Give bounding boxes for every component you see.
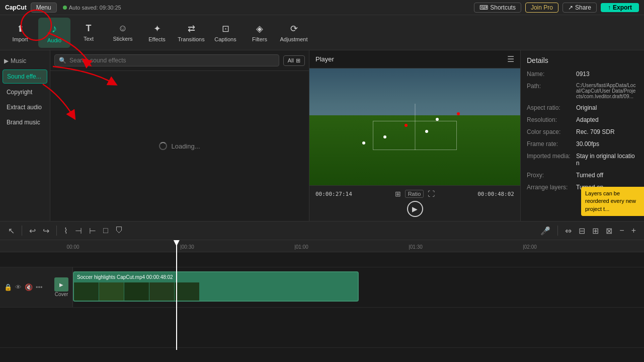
effects-icon: ✦ bbox=[153, 23, 161, 34]
aspect-value: Original bbox=[576, 104, 597, 111]
autosave-dot bbox=[63, 6, 67, 10]
detail-framerate: Frame rate: 30.00fps bbox=[527, 140, 638, 148]
player-controls: 00:00:27:14 ⊞ Ratio ⛶ 00:00:48:02 ▶ bbox=[309, 185, 520, 221]
share-button[interactable]: ↗ Share bbox=[562, 3, 597, 13]
fullscreen-icon[interactable]: ⛶ bbox=[428, 190, 435, 198]
toolbar-filters[interactable]: ◈ Filters bbox=[244, 18, 276, 48]
toolbar-transitions[interactable]: ⇄ Transitions bbox=[175, 18, 207, 48]
shortcuts-button[interactable]: ⌨ Shortcuts bbox=[474, 3, 521, 13]
toolbar-audio[interactable]: ♪ Audio bbox=[38, 18, 70, 48]
toolbar-captions[interactable]: ⊡ Captions bbox=[209, 18, 242, 48]
video-bg bbox=[309, 68, 520, 185]
join-pro-button[interactable]: Join Pro bbox=[525, 3, 558, 13]
player-time-row: 00:00:27:14 ⊞ Ratio ⛶ 00:00:48:02 bbox=[315, 190, 514, 198]
player-menu-icon[interactable]: ☰ bbox=[507, 54, 514, 64]
share-icon: ↗ bbox=[568, 4, 573, 11]
text-icon: T bbox=[86, 23, 92, 34]
thumb-1 bbox=[74, 282, 99, 301]
imported-label: Imported media: bbox=[527, 153, 572, 167]
path-label: Path: bbox=[527, 83, 572, 99]
imported-value: Stay in original location bbox=[576, 153, 638, 167]
cursor-tool[interactable]: ↖ bbox=[6, 225, 17, 237]
video-clip[interactable]: Soccer highlights CapCut.mp4 00:00:48:02 bbox=[73, 271, 359, 302]
colorspace-label: Color space: bbox=[527, 128, 572, 135]
captions-icon: ⊡ bbox=[222, 23, 229, 34]
current-time: 00:00:27:14 bbox=[315, 191, 352, 197]
thumb-4 bbox=[149, 282, 175, 301]
zoom-out-button[interactable]: − bbox=[617, 225, 626, 236]
timeline-area: 00:00 |00:30 |01:00 |01:30 |02:00 🔒 👁 🔇 … bbox=[0, 240, 644, 362]
resolution-label: Resolution: bbox=[527, 116, 572, 123]
redo-button[interactable]: ↪ bbox=[41, 225, 51, 237]
toolbar-stickers[interactable]: ☺ Stickers bbox=[107, 18, 139, 48]
toolbar-adjustment[interactable]: ⟳ Adjustment bbox=[278, 18, 310, 48]
detail-path: Path: C:/Users/fast/AppData/Local/CapCut… bbox=[527, 83, 638, 99]
extract-audio-item[interactable]: Extract audio bbox=[3, 101, 47, 114]
ruler-mark-1: |00:30 bbox=[180, 244, 194, 250]
empty-track-2 bbox=[0, 308, 644, 348]
ruler-mark-2: |01:00 bbox=[294, 244, 308, 250]
audio-search-bar: 🔍 All ⊞ bbox=[50, 50, 309, 71]
trim-right-button[interactable]: ⊢ bbox=[87, 225, 98, 237]
tooltip-box: Layers can be reordered every new projec… bbox=[581, 187, 644, 216]
menu-button[interactable]: Menu bbox=[31, 3, 57, 13]
undo-button[interactable]: ↩ bbox=[27, 225, 38, 237]
trim-left-button[interactable]: ⊣ bbox=[73, 225, 84, 237]
mute-icon[interactable]: 🔇 bbox=[25, 283, 33, 291]
split-button[interactable]: ⌇ bbox=[62, 225, 70, 237]
playhead[interactable] bbox=[176, 240, 177, 350]
toolbar-effects[interactable]: ✦ Effects bbox=[141, 18, 173, 48]
tl-separator-2 bbox=[56, 226, 57, 236]
detail-proxy: Proxy: Turned off bbox=[527, 172, 638, 179]
more-icon[interactable]: ••• bbox=[36, 283, 43, 291]
sticker-icon: ☺ bbox=[118, 23, 127, 34]
play-button[interactable]: ▶ bbox=[407, 201, 423, 217]
eye-icon[interactable]: 👁 bbox=[15, 283, 22, 291]
resolution-value: Adapted bbox=[576, 116, 599, 123]
toolbar-import[interactable]: ⬆ Import bbox=[4, 18, 36, 48]
detail-aspect: Aspect ratio: Original bbox=[527, 104, 638, 111]
ruler-mark-3: |01:30 bbox=[409, 244, 423, 250]
align-button[interactable]: ⊞ bbox=[590, 225, 601, 237]
toolbar-text[interactable]: T Text bbox=[72, 18, 105, 48]
ratio-button[interactable]: Ratio bbox=[405, 190, 424, 198]
detail-imported: Imported media: Stay in original locatio… bbox=[527, 153, 638, 167]
video-track: 🔒 👁 🔇 ••• ▶ Cover Soccer highlights CapC… bbox=[0, 267, 644, 308]
snap-button[interactable]: ⊠ bbox=[604, 225, 614, 237]
sound-effects-item[interactable]: Sound effe... bbox=[3, 69, 47, 84]
colorspace-value: Rec. 709 SDR bbox=[576, 128, 615, 135]
lock-icon[interactable]: 🔒 bbox=[4, 283, 12, 291]
main-toolbar: ⬆ Import ♪ Audio T Text ☺ Stickers ✦ Eff… bbox=[0, 15, 644, 50]
top-bar: CapCut Menu Auto saved: 09:30:25 ⌨ Short… bbox=[0, 0, 644, 15]
export-button[interactable]: ↑ Export bbox=[601, 3, 639, 12]
timeline-toolbar: ↖ ↩ ↪ ⌇ ⊣ ⊢ □ ⛉ 🎤 ⇔ ⊟ ⊞ ⊠ − + bbox=[0, 221, 644, 240]
player-dot-5 bbox=[362, 141, 365, 144]
shield-button[interactable]: ⛉ bbox=[113, 225, 125, 236]
name-label: Name: bbox=[527, 70, 572, 78]
name-value: 0913 bbox=[576, 70, 590, 78]
audio-icon: ♪ bbox=[52, 22, 57, 35]
left-panel: ▶ Music Sound effe... Copyright Extract … bbox=[0, 50, 309, 221]
search-input[interactable] bbox=[69, 57, 275, 64]
zoom-in-button[interactable]: + bbox=[629, 225, 638, 236]
mic-button[interactable]: 🎤 bbox=[538, 225, 552, 237]
delete-button[interactable]: □ bbox=[101, 225, 110, 236]
player-btn-row: ▶ bbox=[315, 201, 514, 217]
player-panel: Player ☰ 00:00:27:14 bbox=[309, 50, 521, 221]
grid-view-icon[interactable]: ⊞ bbox=[395, 190, 401, 198]
chevron-right-icon: ▶ bbox=[4, 57, 9, 64]
copyright-item[interactable]: Copyright bbox=[3, 86, 47, 99]
link-button[interactable]: ⇔ bbox=[563, 225, 574, 237]
import-icon: ⬆ bbox=[17, 23, 24, 34]
layout-button[interactable]: ⊟ bbox=[577, 225, 587, 237]
tl-separator-r1 bbox=[557, 226, 558, 236]
details-panel: Details Name: 0913 Path: C:/Users/fast/A… bbox=[521, 50, 644, 221]
clip-title: Soccer highlights CapCut.mp4 00:00:48:02 bbox=[77, 274, 173, 280]
player-dot-1 bbox=[383, 135, 386, 138]
all-filter-button[interactable]: All ⊞ bbox=[283, 55, 305, 66]
thumb-2 bbox=[99, 282, 124, 301]
brand-music-item[interactable]: Brand music bbox=[3, 116, 47, 129]
search-input-wrap[interactable]: 🔍 bbox=[54, 54, 279, 66]
music-section[interactable]: ▶ Music bbox=[0, 54, 50, 67]
detail-colorspace: Color space: Rec. 709 SDR bbox=[527, 128, 638, 135]
